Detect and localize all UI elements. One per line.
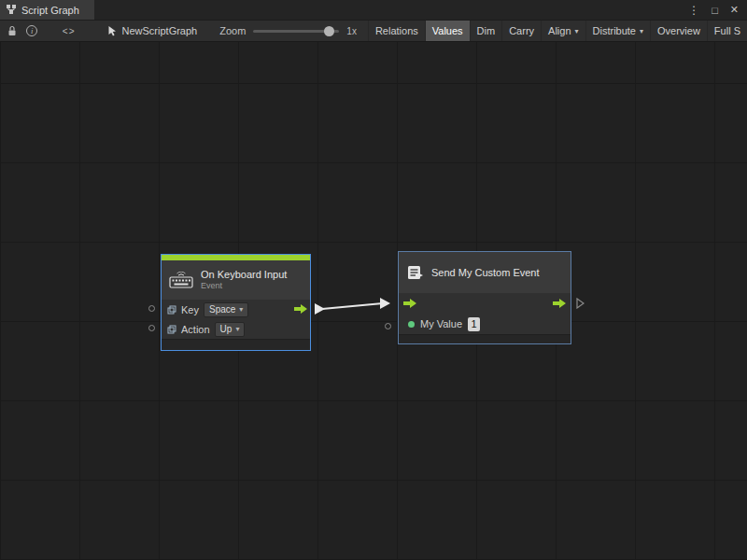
node-body: Key Space ▾ Action Up ▾ — [162, 300, 310, 339]
connection-wire[interactable] — [0, 42, 747, 560]
my-value-field[interactable]: 1 — [468, 317, 480, 331]
key-label: Key — [181, 304, 199, 315]
chevron-down-icon: ▾ — [575, 27, 579, 35]
zoom-value: 1x — [346, 26, 357, 36]
zoom-label: Zoom — [219, 25, 246, 36]
carry-button[interactable]: Carry — [501, 20, 541, 42]
chevron-down-icon: ▾ — [640, 27, 643, 35]
node-body: My Value 1 — [399, 293, 571, 334]
close-button[interactable]: ✕ — [730, 4, 739, 16]
value-port-icon[interactable] — [408, 321, 415, 328]
key-dropdown[interactable]: Space ▾ — [204, 302, 248, 317]
value-port-row: My Value 1 — [399, 314, 571, 334]
toolbar: i <> NewScriptGraph Zoom 1x Relations Va… — [0, 20, 747, 42]
node-footer — [162, 339, 310, 350]
graph-name-button[interactable]: NewScriptGraph — [107, 25, 198, 36]
distribute-button[interactable]: Distribute▾ — [585, 20, 650, 42]
tab-script-graph[interactable]: Script Graph — [0, 0, 94, 20]
node-title: Send My Custom Event — [431, 267, 540, 279]
node-subtitle: Event — [201, 281, 287, 291]
toolbar-buttons: Relations Values Dim Carry Align▾ Distri… — [368, 20, 747, 42]
script-graph-window: Script Graph ⋮ □ ✕ i <> NewScriptGraph Z… — [0, 0, 747, 560]
kebab-menu-button[interactable]: ⋮ — [688, 4, 699, 17]
action-dropdown[interactable]: Up ▾ — [215, 322, 246, 337]
object-port-icon — [167, 325, 176, 334]
align-button[interactable]: Align▾ — [541, 20, 585, 42]
titlebar: Script Graph ⋮ □ ✕ — [0, 0, 747, 20]
action-label: Action — [181, 324, 210, 335]
flow-input-port[interactable] — [403, 299, 416, 308]
key-input-port[interactable] — [148, 305, 155, 312]
lock-button[interactable] — [7, 20, 19, 42]
lock-icon — [7, 25, 17, 36]
maximize-button[interactable]: □ — [712, 5, 718, 16]
fullscreen-button[interactable]: Full S — [707, 20, 747, 42]
node-title: On Keyboard Input — [201, 269, 287, 281]
object-port-icon — [167, 305, 176, 315]
graph-name-label: NewScriptGraph — [122, 25, 198, 36]
node-header: On Keyboard Input Event — [162, 260, 310, 300]
tab-title: Script Graph — [21, 5, 79, 16]
values-button[interactable]: Values — [425, 20, 470, 42]
relations-button[interactable]: Relations — [368, 20, 425, 42]
zoom-slider[interactable] — [253, 30, 339, 33]
info-icon: i — [26, 25, 37, 36]
my-value-label: My Value — [420, 318, 462, 329]
dim-button[interactable]: Dim — [470, 20, 502, 42]
zoom-slider-handle[interactable] — [324, 26, 334, 36]
graph-canvas[interactable]: On Keyboard Input Event Key Space ▾ — [0, 42, 747, 560]
edit-code-button[interactable]: <> — [61, 20, 78, 42]
node-header: Send My Custom Event — [399, 252, 571, 293]
key-port-row: Key Space ▾ — [162, 300, 310, 319]
node-footer — [399, 334, 571, 343]
action-input-port[interactable] — [148, 325, 155, 331]
my-value-input-port[interactable] — [385, 323, 391, 329]
chevron-down-icon: ▾ — [235, 325, 239, 333]
window-controls: ⋮ □ ✕ — [688, 0, 747, 20]
graph-cursor-icon — [107, 25, 118, 36]
node-titles: On Keyboard Input Event — [201, 269, 287, 291]
zoom-control: Zoom 1x — [219, 25, 357, 36]
node-send-my-custom-event[interactable]: Send My Custom Event My Value 1 — [398, 251, 571, 344]
flow-port-row — [399, 293, 571, 314]
info-button[interactable]: i — [26, 20, 38, 42]
chevron-down-icon: ▾ — [239, 305, 243, 314]
node-on-keyboard-input[interactable]: On Keyboard Input Event Key Space ▾ — [161, 254, 311, 351]
keyboard-icon — [169, 272, 193, 288]
flow-output-port[interactable] — [553, 299, 566, 308]
script-graph-icon — [6, 4, 17, 17]
flow-output-port[interactable] — [294, 304, 307, 314]
action-port-row: Action Up ▾ — [162, 319, 310, 339]
flow-continuation-port[interactable] — [576, 298, 585, 309]
custom-event-icon — [406, 264, 424, 282]
overview-button[interactable]: Overview — [650, 20, 707, 42]
